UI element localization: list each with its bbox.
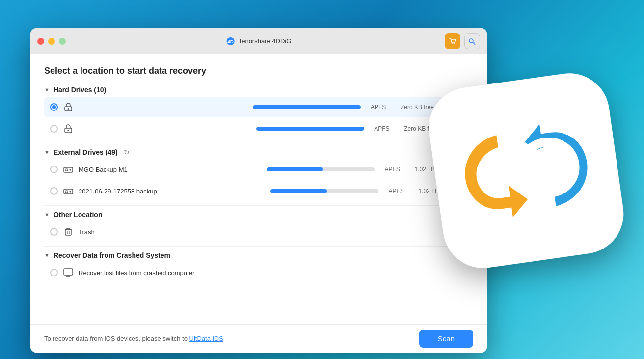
section-header-other-location[interactable]: ▼ Other Location: [44, 211, 473, 219]
bottom-bar: To recover data from iOS devices, please…: [30, 324, 487, 353]
titlebar: 4D Tenorshare 4DDiG: [30, 28, 487, 54]
svg-point-13: [70, 169, 71, 171]
ext-drive-icon-ext1: [63, 164, 74, 175]
lock-drive-icon-hd2: [63, 123, 74, 134]
section-title-hard-drives: Hard Drives (10): [54, 86, 106, 94]
progress-wrap-hd1: [253, 105, 361, 109]
footer-text-static: To recover data from iOS devices, please…: [44, 335, 189, 342]
divider-1: [44, 143, 473, 143]
collapse-arrow-crashed-system: ▼: [44, 252, 50, 258]
titlebar-actions: [445, 33, 480, 49]
drive-row-hd1[interactable]: APFS Zero KB free of 524.3 MB: [44, 97, 473, 117]
section-title-external-drives: External Drives (49): [54, 148, 118, 156]
titlebar-title-text: Tenorshare 4DDiG: [239, 37, 292, 45]
drive-fs-hd2: APFS: [374, 125, 396, 132]
trash-icon: [63, 226, 74, 237]
section-hard-drives: ▼ Hard Drives (10) APFS Zero KB free of …: [44, 86, 473, 139]
scan-button[interactable]: Scan: [419, 330, 473, 348]
monitor-icon: [63, 267, 74, 278]
drive-name-trash: Trash: [79, 228, 467, 236]
drive-row-crashed[interactable]: Recover lost files from crashed computer: [44, 262, 473, 283]
svg-point-3: [454, 43, 455, 44]
progress-fill-ext2: [270, 189, 326, 193]
svg-point-16: [70, 191, 71, 193]
drive-row-ext2[interactable]: 2021-06-29-172558.backup APFS 1.02 TB fr…: [44, 181, 473, 201]
drive-row-trash[interactable]: Trash: [44, 221, 473, 242]
key-button[interactable]: [464, 33, 480, 49]
divider-2: [44, 205, 473, 206]
section-header-external-drives[interactable]: ▼ External Drives (49) ↻: [44, 148, 473, 156]
svg-point-4: [469, 39, 473, 43]
app-icon-card: [424, 68, 629, 273]
radio-trash[interactable]: [50, 228, 58, 236]
progress-fill-hd1: [253, 105, 361, 109]
drive-fs-hd1: APFS: [371, 104, 393, 110]
key-icon: [468, 37, 476, 45]
svg-point-2: [452, 43, 453, 44]
svg-rect-12: [65, 169, 68, 171]
page-title: Select a location to start data recovery: [44, 66, 473, 76]
drive-fs-ext1: APFS: [384, 166, 406, 173]
collapse-arrow-external-drives: ▼: [44, 149, 50, 155]
section-header-crashed-system[interactable]: ▼ Recover Data from Crashed System: [44, 251, 473, 259]
ultdata-link[interactable]: UltData-iOS: [189, 335, 223, 342]
svg-rect-20: [64, 269, 73, 275]
cart-icon: [449, 37, 456, 45]
traffic-lights: [37, 38, 66, 45]
section-other-location: ▼ Other Location Trash: [44, 211, 473, 242]
progress-fill-ext1: [267, 167, 322, 171]
app-logo-small: 4D: [226, 37, 235, 46]
window-title: 4D Tenorshare 4DDiG: [226, 37, 292, 46]
radio-hd1[interactable]: [50, 103, 58, 111]
footer-text: To recover data from iOS devices, please…: [44, 335, 419, 342]
svg-point-8: [68, 108, 69, 110]
app-logo-large: [449, 93, 604, 248]
radio-crashed[interactable]: [50, 269, 58, 276]
divider-3: [44, 246, 473, 247]
radio-ext1[interactable]: [50, 166, 58, 173]
minimize-button[interactable]: [48, 38, 55, 45]
drive-row-hd2[interactable]: APFS Zero KB free of 5.37 GB: [44, 118, 473, 139]
drive-name-crashed: Recover lost files from crashed computer: [79, 269, 467, 276]
radio-ext2[interactable]: [50, 187, 58, 195]
section-crashed-system: ▼ Recover Data from Crashed System Recov…: [44, 251, 473, 283]
drive-name-ext2: 2021-06-29-172558.backup: [79, 188, 270, 195]
svg-rect-15: [65, 191, 68, 193]
svg-point-10: [68, 130, 69, 131]
svg-line-6: [474, 42, 475, 43]
close-button[interactable]: [37, 38, 44, 45]
svg-text:4D: 4D: [227, 38, 234, 44]
drive-fs-ext2: APFS: [388, 188, 410, 194]
collapse-arrow-other-location: ▼: [44, 212, 50, 218]
ext-drive-icon-ext2: [63, 186, 74, 196]
main-window: 4D Tenorshare 4DDiG Select a: [30, 28, 487, 353]
progress-wrap-ext2: [270, 189, 378, 193]
section-external-drives: ▼ External Drives (49) ↻ MGO Backup M1 A…: [44, 148, 473, 201]
section-header-hard-drives[interactable]: ▼ Hard Drives (10): [44, 86, 473, 94]
content-area: Select a location to start data recovery…: [30, 54, 487, 324]
section-title-crashed-system: Recover Data from Crashed System: [54, 251, 170, 259]
radio-hd2[interactable]: [50, 125, 58, 133]
progress-wrap-ext1: [267, 167, 375, 171]
drive-name-ext1: MGO Backup M1: [79, 166, 267, 173]
drive-row-ext1[interactable]: MGO Backup M1 APFS 1.02 TB free of 2 TB: [44, 159, 473, 180]
lock-drive-icon-hd1: [63, 102, 74, 112]
progress-wrap-hd2: [256, 127, 364, 131]
maximize-button[interactable]: [59, 38, 66, 45]
refresh-icon[interactable]: ↻: [124, 148, 130, 156]
progress-fill-hd2: [256, 127, 364, 131]
svg-rect-17: [65, 229, 71, 235]
cart-button[interactable]: [445, 33, 460, 49]
collapse-arrow-hard-drives: ▼: [44, 87, 50, 93]
section-title-other-location: Other Location: [54, 211, 103, 219]
